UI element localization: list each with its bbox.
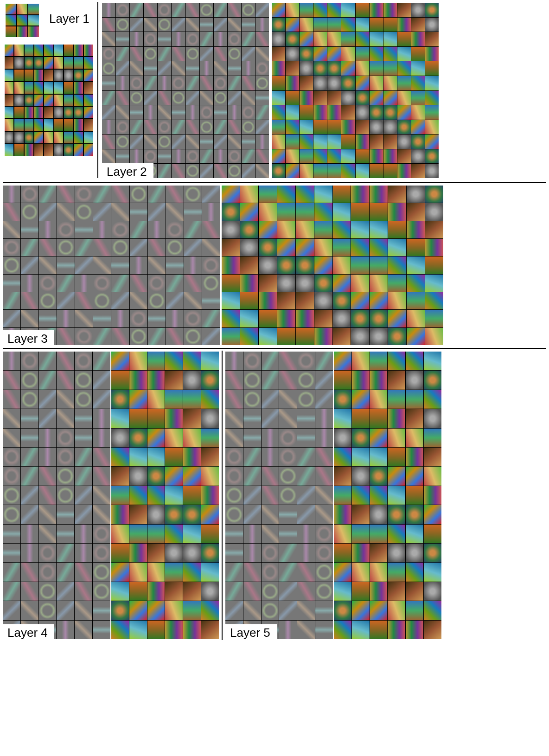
- image-patch: [397, 105, 411, 120]
- image-patch: [425, 310, 443, 327]
- image-patch: [54, 82, 63, 94]
- image-patch: [44, 95, 53, 106]
- image-patch: [74, 57, 83, 69]
- feature-vis: [200, 18, 213, 32]
- feature-vis: [158, 76, 171, 90]
- feature-vis: [297, 544, 315, 562]
- image-patch: [201, 448, 219, 466]
- image-patch: [388, 582, 405, 601]
- feature-vis: [184, 239, 202, 256]
- feature-vis: [255, 76, 269, 90]
- image-patch: [64, 107, 73, 118]
- image-patch: [34, 144, 43, 156]
- image-patch: [425, 91, 439, 105]
- feature-vis: [297, 409, 315, 428]
- image-patch: [425, 3, 439, 17]
- image-patch: [34, 57, 43, 69]
- feature-vis: [57, 239, 75, 256]
- image-patch: [183, 525, 201, 543]
- image-patch: [370, 149, 383, 164]
- image-patch: [370, 3, 383, 17]
- feature-vis: [242, 18, 255, 32]
- image-patch: [411, 135, 425, 149]
- image-patch: [425, 105, 439, 120]
- feature-vis: [166, 275, 184, 292]
- feature-vis: [102, 135, 115, 149]
- feature-vis: [57, 390, 74, 409]
- feature-vis: [144, 32, 157, 46]
- feature-vis: [158, 47, 171, 61]
- image-patch: [84, 45, 93, 56]
- image-patch: [201, 582, 219, 601]
- feature-vis: [262, 525, 279, 543]
- image-patch: [201, 563, 219, 581]
- layer5-features-panel: [225, 352, 333, 639]
- image-patch: [383, 149, 397, 164]
- image-patch: [111, 352, 129, 370]
- image-patch: [424, 352, 441, 370]
- image-patch: [370, 47, 383, 61]
- feature-vis: [144, 149, 157, 164]
- feature-vis: [172, 149, 185, 164]
- image-patch: [64, 82, 73, 94]
- feature-vis: [315, 525, 333, 543]
- feature-vis: [130, 18, 143, 32]
- image-patch: [313, 135, 327, 149]
- feature-vis: [202, 328, 220, 345]
- feature-vis: [116, 32, 129, 46]
- feature-vis: [242, 105, 255, 120]
- image-patch: [425, 76, 439, 90]
- image-patch: [411, 47, 425, 61]
- image-patch: [129, 429, 147, 447]
- feature-vis: [75, 486, 92, 505]
- image-patch: [240, 328, 258, 345]
- feature-vis: [243, 582, 261, 601]
- feature-vis: [186, 76, 199, 90]
- image-patch: [406, 544, 423, 562]
- feature-vis: [315, 371, 333, 389]
- image-patch: [34, 82, 43, 94]
- image-patch: [333, 239, 351, 256]
- image-patch: [201, 371, 219, 389]
- layer4-patches-grid: [111, 352, 219, 639]
- feature-vis: [214, 164, 227, 178]
- feature-vis: [148, 203, 166, 220]
- feature-vis: [148, 310, 166, 327]
- feature-vis: [39, 292, 57, 309]
- image-patch: [74, 82, 83, 94]
- feature-vis: [315, 352, 333, 370]
- image-patch: [165, 544, 183, 562]
- feature-vis: [315, 505, 333, 524]
- feature-vis: [202, 292, 220, 309]
- image-patch: [129, 525, 147, 543]
- image-patch: [327, 149, 341, 164]
- feature-vis: [75, 221, 93, 238]
- feature-vis: [57, 621, 74, 639]
- image-patch: [388, 390, 405, 409]
- feature-vis: [130, 120, 143, 135]
- image-patch: [352, 621, 370, 639]
- image-patch: [300, 3, 313, 17]
- image-patch: [54, 95, 63, 106]
- image-patch: [201, 352, 219, 370]
- image-patch: [129, 621, 147, 639]
- image-patch: [111, 621, 129, 639]
- feature-vis: [279, 371, 297, 389]
- image-patch: [129, 582, 147, 601]
- image-patch: [111, 601, 129, 620]
- image-patch: [147, 563, 165, 581]
- image-patch: [333, 186, 351, 203]
- image-patch: [388, 352, 405, 370]
- image-patch: [388, 486, 405, 505]
- feature-vis: [202, 239, 220, 256]
- image-patch: [383, 47, 397, 61]
- feature-vis: [39, 256, 57, 274]
- image-patch: [341, 32, 355, 46]
- feature-vis: [111, 203, 129, 220]
- image-patch: [222, 203, 240, 220]
- feature-vis: [279, 544, 297, 562]
- feature-vis: [3, 239, 20, 256]
- image-patch: [327, 76, 341, 90]
- image-patch: [313, 164, 327, 178]
- feature-vis: [255, 61, 269, 76]
